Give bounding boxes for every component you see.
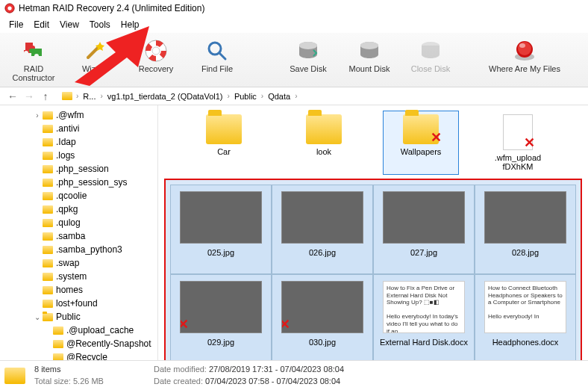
tree-item[interactable]: .@upload_cache (0, 324, 157, 337)
tree-item[interactable]: .qulog (0, 216, 157, 229)
disk-save-icon (296, 39, 320, 63)
svg-point-15 (519, 43, 525, 48)
thumbnail-icon (383, 191, 465, 244)
breadcrumb-bar: ← → ↑ › R... › vg1.tp1_tierdata_2 (QData… (0, 87, 588, 105)
crumb-r[interactable]: R... (80, 90, 98, 102)
svg-point-10 (360, 42, 378, 49)
tree-item[interactable]: .samba_python3 (0, 243, 157, 256)
folder-car[interactable]: Car (187, 114, 261, 171)
status-items: 8 items (34, 364, 154, 375)
menu-help[interactable]: Help (116, 18, 144, 31)
nav-forward[interactable]: → (21, 90, 37, 102)
find-file-button[interactable]: Find File (187, 37, 248, 75)
doc-preview-icon: How to Fix a Pen Drive or External Hard … (383, 281, 465, 333)
file-pane[interactable]: Car look Wallpapers .wfm_upload fDXhKM 0… (158, 105, 588, 390)
file-026[interactable]: 026.jpg (272, 185, 373, 274)
tree-item[interactable]: .qcoolie (0, 189, 157, 202)
lifebuoy-icon (144, 39, 168, 63)
nav-back[interactable]: ← (4, 90, 21, 102)
tree-item[interactable]: homes (0, 283, 157, 297)
svg-point-8 (299, 42, 317, 49)
crumb-public[interactable]: Public (231, 90, 260, 102)
menu-edit[interactable]: Edit (29, 18, 54, 31)
window-title: Hetman RAID Recovery 2.4 (Unlimited Edit… (19, 3, 204, 13)
mount-disk-button[interactable]: Mount Disk (339, 37, 400, 75)
selection-region: 025.jpg 026.jpg 027.jpg 028.jpg 029.jpg … (164, 179, 582, 370)
tree-item-public[interactable]: ⌄Public (0, 310, 157, 324)
tree-item[interactable]: .samba (0, 229, 157, 243)
magnifier-icon (205, 39, 229, 63)
raid-constructor-button[interactable]: RAID Constructor (3, 37, 64, 84)
file-external-hard-disk[interactable]: How to Fix a Pen Drive or External Hard … (373, 274, 475, 364)
tree-item[interactable]: .qpkg (0, 202, 157, 216)
thumbnail-icon (180, 191, 262, 244)
svg-point-4 (152, 47, 160, 55)
folder-wallpapers[interactable]: Wallpapers (384, 111, 458, 174)
save-disk-button[interactable]: Save Disk (278, 37, 339, 75)
thumbnail-icon (180, 281, 262, 333)
folder-icon (62, 92, 72, 100)
recovery-button[interactable]: Recovery (125, 37, 187, 75)
nav-up[interactable]: ↑ (37, 90, 54, 102)
app-icon (4, 3, 15, 13)
crumb-vg[interactable]: vg1.tp1_tierdata_2 (QDataVol1) (104, 90, 226, 102)
thumbnail-icon (281, 281, 363, 333)
toolbar: RAID Constructor Wizard Recovery Find Fi… (0, 33, 588, 87)
red-button-icon (513, 39, 537, 63)
folder-tree[interactable]: ›.@wfm .antivi .Idap .logs .php_session … (0, 105, 158, 390)
file-028[interactable]: 028.jpg (475, 185, 576, 274)
file-027[interactable]: 027.jpg (373, 185, 475, 274)
folder-icon (4, 368, 25, 384)
tree-item[interactable]: .logs (0, 149, 157, 162)
tree-item[interactable]: .php_session_sys (0, 176, 157, 189)
tree-item[interactable]: .antivi (0, 122, 157, 135)
doc-preview-icon: How to Connect Bluetooth Headphones or S… (484, 281, 566, 333)
tree-item[interactable]: .swap (0, 256, 157, 270)
tree-item[interactable]: @Recently-Snapshot (0, 337, 157, 350)
status-size: Total size: 5.26 MB (34, 376, 154, 387)
menu-view[interactable]: View (55, 18, 84, 31)
where-are-my-files-button[interactable]: Where Are My Files (484, 37, 566, 75)
status-bar: 8 items Total size: 5.26 MB Date modifie… (0, 360, 588, 390)
file-headphones[interactable]: How to Connect Bluetooth Headphones or S… (475, 274, 576, 364)
file-030[interactable]: 030.jpg (272, 274, 373, 364)
file-025[interactable]: 025.jpg (170, 185, 272, 274)
file-wfm-upload[interactable]: .wfm_upload fDXhKM (481, 114, 555, 171)
menu-file[interactable]: File (4, 18, 28, 31)
tree-item[interactable]: .php_session (0, 162, 157, 176)
wizard-button[interactable]: Wizard (64, 37, 125, 75)
close-disk-button: Close Disk (400, 37, 461, 75)
tree-item[interactable]: .system (0, 270, 157, 283)
menu-tools[interactable]: Tools (85, 18, 115, 31)
thumbnail-icon (281, 191, 363, 244)
file-029[interactable]: 029.jpg (170, 274, 272, 364)
tree-item[interactable]: ›.@wfm (0, 108, 157, 122)
menu-bar: File Edit View Tools Help (0, 16, 588, 33)
disk-close-icon (419, 39, 442, 63)
status-created: 07/04/2023 07:58 - 07/04/2023 08:04 (205, 377, 340, 386)
status-modified: 27/08/2019 17:31 - 07/04/2023 08:04 (209, 365, 344, 374)
tree-item[interactable]: .Idap (0, 135, 157, 149)
wand-icon (83, 39, 107, 63)
svg-line-6 (219, 53, 225, 59)
tree-item[interactable]: lost+found (0, 297, 157, 310)
crumb-qdata[interactable]: Qdata (265, 90, 293, 102)
svg-point-1 (7, 6, 11, 10)
thumbnail-icon (484, 191, 566, 244)
disk-mount-icon (357, 39, 381, 63)
puzzle-icon (22, 39, 46, 63)
svg-point-14 (518, 42, 531, 55)
folder-look[interactable]: look (287, 114, 361, 171)
